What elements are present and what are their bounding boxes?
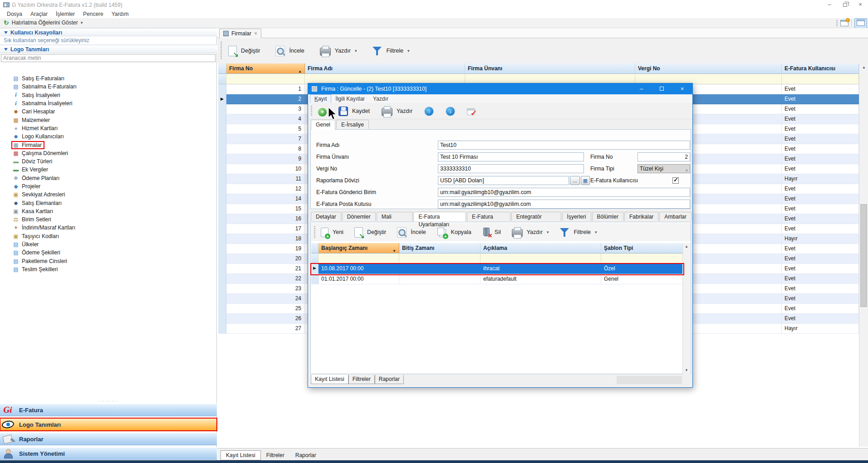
tree-item-3[interactable]: iSatınalma İrsaliyeleri [0, 99, 217, 107]
tree-item-4[interactable]: ☻Cari Hesaplar [0, 107, 217, 116]
dialog-close-button[interactable]: × [672, 83, 692, 94]
detail-tab-2[interactable]: Mali Mühürler [377, 212, 413, 221]
tree-item-13[interactable]: ◆Projeler [0, 182, 217, 190]
filter-button[interactable]: Filtrele▾ [369, 44, 412, 58]
chevron-down-icon[interactable]: ▾ [547, 230, 549, 234]
new-window-icon[interactable] [840, 20, 848, 26]
menu-dosya[interactable]: Dosya [3, 10, 26, 18]
vertical-scrollbar[interactable]: ▲ [859, 63, 868, 447]
panel-sistem-yonetimi[interactable]: Sistem Yönetimi [0, 447, 217, 460]
menu-yardim[interactable]: Yardım [108, 10, 133, 18]
tab-close-icon[interactable]: × [254, 30, 257, 37]
tree-item-7[interactable]: ☻Logo Kullanıcıları [0, 132, 217, 141]
tree-item-5[interactable]: ▦Malzemeler [0, 116, 217, 124]
minimize-button[interactable]: – [822, 0, 837, 10]
raporlama-dovizi-field[interactable] [438, 176, 569, 185]
save-button[interactable]: Kaydet [336, 105, 373, 118]
sidebar-section-definitions[interactable]: Logo Tanımları [0, 45, 217, 53]
chevron-down-icon[interactable]: ▾ [407, 49, 410, 53]
splitter-handle[interactable]: ········· [0, 399, 217, 403]
print-button[interactable]: Yazdır▾ [509, 226, 552, 239]
dialog-menu-kayit[interactable]: Kayıt [310, 94, 331, 103]
apply-button[interactable] [464, 105, 478, 117]
new-button[interactable]: Yeni [318, 226, 346, 239]
tree-item-15[interactable]: ☻Satış Elemanları [0, 199, 217, 207]
firma-no-field[interactable] [638, 152, 690, 161]
dialog-minimize-button[interactable]: – [631, 83, 652, 94]
detail-tab-5[interactable]: Entegratör Hesapları [511, 212, 561, 221]
column-header[interactable]: Şablon Tipi [601, 243, 684, 253]
detail-tab-8[interactable]: Fabrikalar [624, 212, 658, 221]
tree-item-21[interactable]: ▤Ödeme Şekilleri [0, 249, 217, 257]
tree-item-10[interactable]: ▬Döviz Türleri [0, 157, 217, 166]
dialog-tab-1[interactable]: E-İrsaliye [336, 120, 369, 129]
column-header[interactable]: Firma Ünvanı [465, 63, 635, 74]
tree-item-14[interactable]: ▣Sevkiyat Adresleri [0, 190, 217, 199]
edit-button[interactable]: Değiştir [226, 44, 263, 58]
close-button[interactable]: × [853, 0, 868, 10]
firma-unvani-field[interactable] [438, 152, 584, 161]
filter-button[interactable]: Filtrele▾ [557, 225, 599, 239]
sidebar-section-shortcuts[interactable]: Kullanıcı Kısayolları [0, 28, 217, 36]
detail-tab-7[interactable]: Bölümler [592, 212, 623, 221]
posta-kutusu-field[interactable] [438, 200, 690, 209]
column-header[interactable]: Açıklama [481, 243, 601, 253]
firma-adi-field[interactable] [438, 141, 690, 150]
scroll-up-icon[interactable]: ▲ [859, 63, 868, 72]
detail-tab-4[interactable]: E-Fatura Filtreleri [467, 212, 510, 221]
tree-item-20[interactable]: ▤Ülkeler [0, 240, 217, 249]
dialog-view-tab-0[interactable]: Kayıt Listesi [311, 375, 348, 384]
next-record-button[interactable] [443, 105, 458, 118]
chevron-down-icon[interactable]: ▾ [595, 230, 597, 234]
scroll-down-icon[interactable]: ▼ [683, 367, 690, 374]
vergi-no-field[interactable] [438, 164, 584, 173]
chevron-down-icon[interactable]: ▾ [355, 49, 357, 53]
detail-tab-6[interactable]: İşyerleri [562, 212, 591, 221]
view-tab-1[interactable]: Filtreler [261, 450, 290, 460]
detail-tab-3[interactable]: E-Fatura Uyarlamaları [413, 212, 466, 222]
dialog-view-tab-1[interactable]: Filtreler [348, 375, 375, 384]
delete-button[interactable]: Sil [480, 225, 504, 239]
dialog-view-tab-2[interactable]: Raporlar [375, 375, 404, 384]
tree-item-18[interactable]: +İndirim/Masraf Kartları [0, 224, 217, 232]
column-header[interactable]: Firma No▲ [226, 63, 305, 74]
table-row[interactable]: ▶10.08.2017 00:00ihracatÖzel [311, 263, 684, 274]
table-row[interactable]: 01.01.2017 00:00efaturadefaultGenel [311, 274, 684, 284]
currency-lookup-icon[interactable]: ▦ [581, 176, 590, 185]
firma-tipi-select[interactable]: Tüzel Kişi˅ [638, 164, 690, 173]
restore-button[interactable] [837, 0, 853, 10]
menu-araclar[interactable]: Araçlar [26, 10, 52, 18]
print-button[interactable]: Yazdır [379, 105, 415, 118]
scrollbar-thumb[interactable] [860, 204, 867, 307]
browse-button[interactable]: ... [570, 176, 580, 185]
tree-item-12[interactable]: ❖Ödeme Planları [0, 174, 217, 182]
edit-button[interactable]: Değiştir [352, 225, 389, 239]
reminder-toggle-button[interactable]: ↻ Hatırlatma Öğelerini Göster ▾ [4, 19, 83, 26]
tree-item-11[interactable]: ▬Ek Vergiler [0, 166, 217, 174]
gonderici-birim-field[interactable] [438, 188, 690, 197]
dialog-titlebar[interactable]: Firma : Güncelle - (2) Test10 [333333331… [308, 83, 692, 94]
detail-tab-9[interactable]: Ambarlar [659, 212, 691, 221]
scroll-up-icon[interactable]: ▲ [683, 243, 690, 250]
tree-item-17[interactable]: ⚖Birim Setleri [0, 215, 217, 224]
tree-item-22[interactable]: ▤Paketleme Cinsleri [0, 257, 217, 265]
detail-tab-0[interactable]: Detaylar [311, 212, 341, 221]
tree-item-16[interactable]: ▣Kasa Kartları [0, 207, 217, 215]
search-input[interactable] [1, 54, 216, 62]
column-header[interactable]: Firma Adı [305, 63, 465, 74]
tree-item-19[interactable]: ▣Taşıyıcı Kodları [0, 232, 217, 240]
column-header[interactable]: Bitiş Zamanı [399, 243, 481, 253]
tree-item-23[interactable]: ▤Teslim Şekilleri [0, 265, 217, 273]
column-header[interactable]: Başlangıç Zamanı▼ [319, 243, 399, 253]
dialog-tab-0[interactable]: Genel [311, 120, 335, 130]
tree-item-0[interactable]: ▤Satış E-Faturaları [0, 74, 217, 83]
dialog-menu-ilgili-kayitlar[interactable]: İlgili Kayıtlar [331, 95, 369, 103]
column-header[interactable]: E-Fatura Kullanıcısı [782, 63, 859, 74]
view-tab-0[interactable]: Kayıt Listesi [221, 450, 261, 460]
tree-item-9[interactable]: ▦Çalışma Dönemleri [0, 149, 217, 157]
tab-firmalar[interactable]: Firmalar × [219, 29, 261, 38]
menu-pencere[interactable]: Pencere [79, 10, 108, 18]
vertical-scrollbar[interactable]: ▲ ▼ [682, 243, 690, 374]
layout-toggle-button[interactable] [854, 18, 867, 29]
tree-item-1[interactable]: ▤Satınalma E-Faturaları [0, 83, 217, 91]
